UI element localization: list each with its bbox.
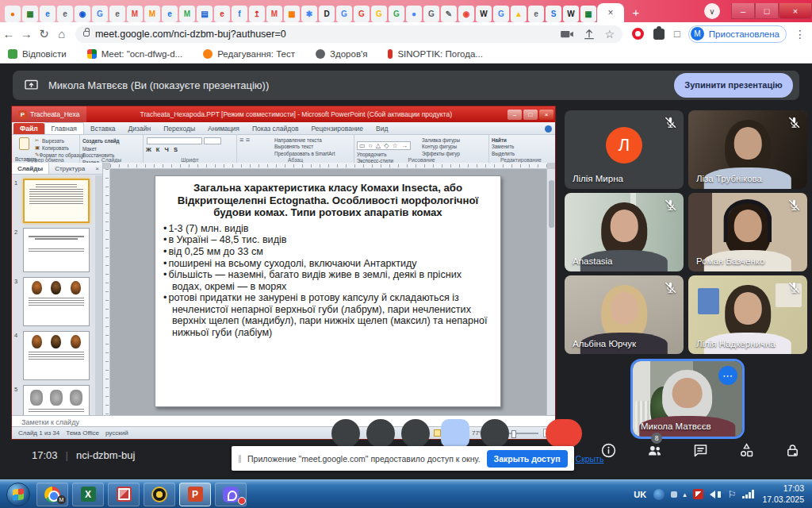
browser-tab[interactable]: ▦ bbox=[22, 6, 38, 22]
taskbar-chrome[interactable]: M bbox=[36, 483, 68, 506]
browser-tab[interactable]: ✎ bbox=[441, 6, 457, 22]
taskbar-picture-manager[interactable] bbox=[108, 483, 140, 506]
window-close-button[interactable]: × bbox=[779, 3, 812, 19]
browser-tab[interactable]: M bbox=[179, 6, 195, 22]
tab-search-icon[interactable]: ∨ bbox=[704, 3, 720, 19]
volume-icon[interactable] bbox=[710, 491, 715, 498]
chat-icon[interactable] bbox=[692, 442, 709, 459]
browser-toolbar: ← → ↻ ⌂ meet.google.com/nci-dzbm-buj?aut… bbox=[0, 22, 812, 45]
hide-notification-link[interactable]: Скрыть bbox=[576, 454, 604, 464]
participant-tile[interactable]: Ліза Трубнікова bbox=[688, 110, 807, 189]
tab-camera-icon[interactable] bbox=[560, 27, 574, 41]
browser-tab[interactable]: e bbox=[40, 6, 56, 22]
reload-icon[interactable]: ↻ bbox=[35, 27, 52, 41]
show-hidden-icons[interactable]: ▴ bbox=[683, 491, 687, 498]
browser-menu-icon[interactable]: ⋮ bbox=[795, 28, 806, 40]
host-controls-icon[interactable] bbox=[784, 442, 801, 459]
bookmark-item[interactable]: Meet: "ocn-dfwg-d... bbox=[87, 49, 183, 59]
browser-tab[interactable]: G bbox=[92, 6, 108, 22]
browser-tab[interactable]: ▦ bbox=[580, 6, 596, 22]
tile-more-options-button[interactable]: ⋯ bbox=[718, 366, 737, 385]
adobe-tray-icon[interactable] bbox=[693, 489, 703, 499]
browser-tab[interactable]: W bbox=[476, 6, 492, 22]
browser-tab[interactable]: M bbox=[144, 6, 160, 22]
activities-icon[interactable] bbox=[738, 442, 755, 459]
self-tile[interactable]: ⋯ Микола Матвєєв bbox=[633, 361, 742, 437]
browser-tab[interactable]: ◉ bbox=[458, 6, 474, 22]
browser-tab[interactable]: G bbox=[371, 6, 387, 22]
window-minimize-button[interactable]: – bbox=[731, 3, 755, 19]
people-button[interactable]: 8 bbox=[646, 442, 663, 459]
close-access-button[interactable]: Закрыть доступ bbox=[487, 450, 568, 468]
participant-tile[interactable]: Роман Базченко bbox=[688, 193, 807, 271]
browser-tab[interactable]: G bbox=[493, 6, 509, 22]
browser-tab[interactable]: ✱ bbox=[301, 6, 317, 22]
network-icon[interactable] bbox=[742, 490, 754, 498]
browser-tab[interactable]: e bbox=[214, 6, 230, 22]
taskbar-powerpoint[interactable]: P bbox=[179, 483, 211, 506]
control-button-partial[interactable] bbox=[401, 419, 430, 448]
language-indicator[interactable]: UK bbox=[634, 490, 646, 499]
bookmark-star-icon[interactable]: ☆ bbox=[604, 28, 615, 40]
tray-help-icon[interactable] bbox=[653, 489, 665, 500]
browser-tab[interactable]: ● bbox=[406, 6, 422, 22]
control-button-partial[interactable] bbox=[331, 419, 360, 448]
tray-icon[interactable] bbox=[671, 491, 677, 498]
back-icon[interactable]: ← bbox=[0, 27, 17, 40]
browser-tab[interactable]: e bbox=[109, 6, 125, 22]
browser-tab[interactable]: ● bbox=[5, 6, 21, 22]
drag-grip-icon[interactable]: ∥ bbox=[238, 454, 242, 463]
taskbar-daemon-tools[interactable] bbox=[144, 483, 175, 506]
browser-tab[interactable]: D bbox=[319, 6, 335, 22]
bookmark-item[interactable]: SINOPTIK: Погода... bbox=[388, 49, 483, 59]
presenting-control-partial[interactable] bbox=[441, 419, 469, 448]
participant-tile[interactable]: Альбіна Юрчук bbox=[565, 275, 684, 354]
bookmark-item[interactable]: Відповісти bbox=[8, 49, 67, 59]
extension-opera-icon[interactable] bbox=[632, 28, 644, 40]
browser-tab[interactable]: G bbox=[389, 6, 404, 22]
browser-tab[interactable]: ◉ bbox=[75, 6, 90, 22]
url-text[interactable]: meet.google.com/nci-dzbm-buj?authuser=0 bbox=[95, 29, 286, 40]
browser-tab[interactable]: f bbox=[232, 6, 247, 22]
browser-tab[interactable]: G bbox=[354, 6, 370, 22]
home-icon[interactable]: ⌂ bbox=[53, 27, 71, 40]
leave-call-button-partial[interactable] bbox=[546, 419, 582, 448]
forward-icon[interactable]: → bbox=[17, 27, 35, 40]
participant-tile[interactable]: Л Лілія Мирна bbox=[565, 110, 684, 189]
browser-tab[interactable]: ↥ bbox=[249, 6, 265, 22]
tray-clock[interactable]: 17:03 17.03.2025 bbox=[762, 483, 804, 504]
taskbar-excel[interactable]: X bbox=[72, 483, 104, 506]
browser-tab[interactable]: e bbox=[162, 6, 178, 22]
tab-close-icon[interactable]: × bbox=[607, 7, 613, 18]
extensions-puzzle-icon[interactable] bbox=[653, 29, 665, 40]
browser-tab[interactable]: G bbox=[336, 6, 352, 22]
action-center-flag-icon[interactable]: ⚐ bbox=[728, 489, 737, 500]
profile-chip[interactable]: M Приостановлена bbox=[688, 25, 787, 43]
browser-tab[interactable]: ▲ bbox=[511, 6, 527, 22]
bookmark-item[interactable]: Здоров'я bbox=[316, 49, 367, 59]
browser-tab[interactable]: W bbox=[563, 6, 579, 22]
browser-tab[interactable]: M bbox=[266, 6, 282, 22]
browser-tab[interactable]: ▤ bbox=[197, 6, 213, 22]
windows-taskbar: M X P UK ▴ ⚐ 17:03 17.03.2025 bbox=[0, 479, 812, 508]
side-panel-icon[interactable]: □ bbox=[674, 28, 680, 40]
browser-tab[interactable]: M bbox=[127, 6, 143, 22]
control-button-partial[interactable] bbox=[366, 419, 395, 448]
participant-tile[interactable]: Anastasia bbox=[565, 193, 684, 271]
bookmark-item[interactable]: Редагування: Тест bbox=[203, 49, 295, 59]
window-maximize-button[interactable]: □ bbox=[755, 3, 779, 19]
address-bar[interactable]: meet.google.com/nci-dzbm-buj?authuser=0 … bbox=[75, 25, 622, 43]
start-button[interactable] bbox=[6, 483, 30, 506]
browser-tab[interactable]: G bbox=[423, 6, 439, 22]
control-button-partial[interactable] bbox=[481, 419, 509, 448]
new-tab-button[interactable]: + bbox=[627, 3, 645, 21]
stop-presenting-button[interactable]: Зупинити презентацію bbox=[674, 73, 793, 98]
browser-tab[interactable]: ▦ bbox=[284, 6, 300, 22]
active-tab[interactable]: × bbox=[597, 3, 624, 22]
browser-tab[interactable]: S bbox=[546, 6, 561, 22]
browser-tab[interactable]: e bbox=[57, 6, 73, 22]
share-icon[interactable] bbox=[582, 27, 596, 41]
taskbar-viber[interactable] bbox=[215, 483, 247, 506]
browser-tab[interactable]: e bbox=[528, 6, 544, 22]
participant-tile[interactable]: Лілія Надкернична bbox=[688, 275, 807, 354]
